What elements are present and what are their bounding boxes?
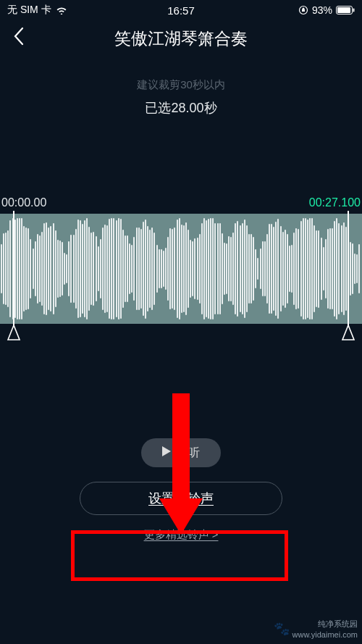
paw-icon: 🐾: [274, 621, 290, 637]
carrier-label: 无 SIM 卡: [7, 4, 51, 17]
svg-rect-3: [353, 9, 355, 12]
time-labels: 00:00.00 00:27.100: [0, 196, 362, 209]
watermark-line1: 纯净系统园: [292, 619, 358, 629]
set-ringtone-button[interactable]: 设置为铃声: [80, 482, 282, 515]
watermark-line2: www.yidaimei.com: [292, 630, 358, 640]
wifi-icon: [56, 6, 67, 14]
status-time: 16:57: [167, 4, 195, 17]
status-bar: 无 SIM 卡 16:57 93%: [0, 0, 362, 20]
watermark: 🐾 纯净系统园 www.yidaimei.com: [274, 619, 358, 640]
trim-handle-left[interactable]: [6, 322, 22, 344]
selected-duration: 已选28.00秒: [0, 99, 362, 117]
trim-handles: [0, 324, 362, 346]
battery-icon: [336, 6, 355, 14]
header: 笑傲江湖琴箫合奏: [0, 20, 362, 57]
orientation-lock-icon: [298, 5, 308, 15]
waveform-track[interactable]: [0, 214, 362, 324]
svg-rect-2: [337, 7, 350, 13]
status-right: 93%: [298, 4, 355, 16]
waveform: [0, 214, 362, 324]
preview-button[interactable]: 试听: [141, 438, 221, 467]
status-left: 无 SIM 卡: [7, 4, 67, 17]
time-end: 00:27.100: [309, 196, 361, 209]
back-button[interactable]: [13, 27, 25, 51]
page-title: 笑傲江湖琴箫合奏: [11, 28, 351, 50]
play-icon: [162, 446, 171, 459]
more-ringtones-label: 更多精选铃声 >: [144, 528, 219, 540]
trim-hint: 建议裁剪30秒以内: [0, 78, 362, 92]
more-ringtones-link[interactable]: 更多精选铃声 >: [0, 528, 362, 542]
set-ringtone-label: 设置为铃声: [148, 490, 214, 507]
preview-label: 试听: [177, 446, 200, 461]
time-start: 00:00.00: [1, 196, 46, 209]
trim-handle-right[interactable]: [340, 322, 356, 344]
battery-pct: 93%: [312, 4, 332, 16]
